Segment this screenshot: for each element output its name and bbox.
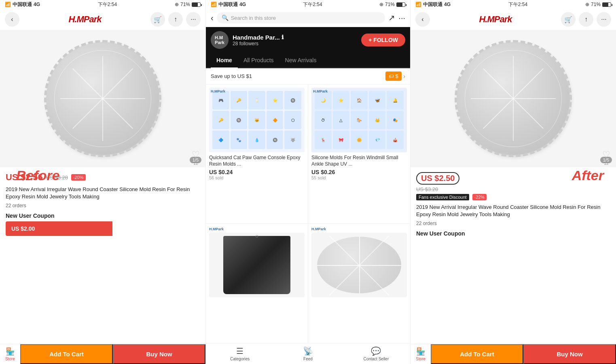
- grid-brand-3: H.MPark: [311, 227, 407, 231]
- nav-bar-left: ‹ H.MPark 🛒 ↑ ···: [0, 9, 205, 30]
- product-grid: H.MPark 🎮 🔑 🥛 ⭐ 🔘 🔑 🔘 🐱 🔶 ⬡ 🔷 🐾 💧 🔘: [206, 84, 410, 343]
- buy-now-left[interactable]: Buy Now: [113, 344, 205, 364]
- status-time-right: 下午2:54: [508, 1, 527, 8]
- tab-new-arrivals[interactable]: New Arrivals: [279, 53, 322, 67]
- status-battery-left: ⊕ 71%: [175, 2, 201, 7]
- bottom-nav: ☰ Categories 📡 Feed 💬 Contact Seller: [206, 343, 410, 364]
- buy-now-right[interactable]: Buy Now: [523, 344, 616, 364]
- brand-logo-left: H.MPark: [23, 14, 147, 25]
- fans-badge-right: Fans exclusive Discount: [416, 194, 469, 200]
- cart-button-right[interactable]: 🛒: [561, 12, 576, 27]
- annotation-before: Before: [16, 168, 60, 183]
- grid-brand-0: H.MPark: [211, 89, 225, 93]
- bottom-actions-right: 🏪 Store Add To Cart Buy Now: [411, 344, 616, 364]
- back-button-left[interactable]: ‹: [5, 12, 19, 27]
- categories-icon: ☰: [236, 346, 243, 356]
- feed-icon: 📡: [303, 346, 313, 356]
- price-row-old-right: US $3.20: [416, 186, 610, 192]
- coupon-bar-left[interactable]: US $2.00: [6, 221, 112, 236]
- store-button-left[interactable]: 🏪 Store: [0, 344, 20, 364]
- store-button-right[interactable]: 🏪 Store: [411, 344, 431, 364]
- grid-price-1: US $0.26: [311, 169, 407, 175]
- coupon-title-right: New User Coupon: [416, 230, 610, 237]
- like-button-left[interactable]: ♡ 12: [192, 149, 200, 166]
- grid-item-2[interactable]: H.MPark: [206, 224, 308, 343]
- status-battery-middle: ⊕ 71%: [379, 2, 405, 7]
- like-count-right: 12: [604, 161, 609, 166]
- grid-item-3[interactable]: H.MPark: [308, 224, 410, 343]
- location-icon-left: ⊕: [175, 2, 179, 7]
- grid-item-0[interactable]: H.MPark 🎮 🔑 🥛 ⭐ 🔘 🔑 🔘 🐱 🔶 ⬡ 🔷 🐾 💧 🔘: [206, 84, 308, 223]
- like-count-left: 12: [193, 161, 198, 166]
- product-title-right: 2019 New Arrival Irregular Wave Round Co…: [416, 204, 610, 218]
- status-bar-right: 📶 中国联通 4G 下午2:54 ⊕ 71%: [411, 0, 616, 9]
- grid-item-1[interactable]: H.MPark 🌙 ⭐ 🏠 🦋 🔔 ⏱ △ 🐎 👑 🎭 🦌 🎀 🌼 💎: [308, 84, 410, 223]
- status-bar-middle: 📶 中国联通 4G 下午2:54 ⊕ 71%: [206, 0, 410, 9]
- store-tabs: Home All Products New Arrivals: [206, 53, 410, 68]
- status-bar-left: 📶 中国联通 4G 下午2:54 ⊕ 71%: [0, 0, 205, 9]
- nav-categories[interactable]: ☰ Categories: [206, 343, 274, 364]
- orders-left: 22 orders: [6, 203, 200, 208]
- share-button-left[interactable]: ↑: [168, 12, 183, 27]
- nav-feed[interactable]: 📡 Feed: [274, 343, 342, 364]
- signal-icon-middle: 📶: [211, 2, 217, 7]
- share-button-middle[interactable]: ↗: [388, 13, 395, 23]
- store-label-right: Store: [416, 357, 425, 361]
- coupon-section-left: New User Coupon US $2.00: [6, 213, 200, 236]
- coupon-section-right: New User Coupon: [416, 230, 610, 237]
- status-time-left: 下午2:54: [98, 1, 117, 8]
- product-image-left: 1/5: [0, 30, 205, 167]
- product-info-left: US $2.56 US $3.28 -20% 2019 New Arrival …: [0, 167, 205, 364]
- coupon-icon: 🏷 $: [385, 72, 401, 81]
- brand-logo-right: H.MPark: [433, 14, 558, 25]
- save-text: Save up to US $1: [211, 73, 252, 79]
- left-panel: 📶 中国联通 4G 下午2:54 ⊕ 71% ‹ H.MPark 🛒 ↑ ···…: [0, 0, 205, 364]
- grid-image-1: H.MPark 🌙 ⭐ 🏠 🦋 🔔 ⏱ △ 🐎 👑 🎭 🦌 🎀 🌼 💎: [311, 88, 407, 152]
- right-panel: 📶 中国联通 4G 下午2:54 ⊕ 71% ‹ H.MPark 🛒 ↑ ···…: [411, 0, 616, 364]
- circle-mold-shape: [317, 237, 401, 294]
- categories-label: Categories: [230, 357, 250, 361]
- back-button-middle[interactable]: ‹: [211, 13, 214, 23]
- add-to-cart-right[interactable]: Add To Cart: [431, 344, 523, 364]
- grid-image-0: H.MPark 🎮 🔑 🥛 ⭐ 🔘 🔑 🔘 🐱 🔶 ⬡ 🔷 🐾 💧 🔘: [209, 88, 305, 152]
- price-old-right: US $3.20: [416, 186, 438, 192]
- like-button-right[interactable]: ♡ 12: [602, 149, 610, 166]
- annotation-after: After: [572, 168, 604, 183]
- tab-home[interactable]: Home: [211, 53, 238, 67]
- search-bar: ‹ 🔍 Search in this store ↗ ···: [206, 9, 410, 27]
- product-info-right: US $2.50 US $3.20 Fans exclusive Discoun…: [411, 167, 616, 364]
- search-input-wrap[interactable]: 🔍 Search in this store: [217, 12, 385, 23]
- grid-price-0: US $0.24: [209, 169, 305, 175]
- store-name-text: Handmade Par...: [233, 34, 280, 41]
- grid-title-0: Quicksand Cat Paw Game Console Epoxy Res…: [209, 155, 305, 167]
- nav-contact[interactable]: 💬 Contact Seller: [342, 343, 410, 364]
- tab-all-products[interactable]: All Products: [238, 53, 279, 67]
- back-button-right[interactable]: ‹: [415, 12, 430, 27]
- nav-bar-right: ‹ H.MPark 🛒 ↑ ···: [411, 9, 616, 30]
- store-avatar: H.MPark: [211, 31, 229, 49]
- grid-brand-1: H.MPark: [313, 89, 328, 93]
- price-main-right: US $2.50: [416, 172, 459, 185]
- contact-label: Contact Seller: [363, 357, 389, 361]
- add-to-cart-left[interactable]: Add To Cart: [20, 344, 113, 364]
- store-info: Handmade Par... ℹ 28 followers: [233, 34, 357, 46]
- store-info-icon[interactable]: ℹ: [282, 34, 284, 40]
- store-icon-left: 🏪: [6, 347, 15, 356]
- follow-button[interactable]: + FOLLOW: [361, 34, 405, 46]
- coupon-emoji: 🏷: [389, 73, 394, 79]
- contact-icon: 💬: [371, 346, 381, 356]
- more-button-middle[interactable]: ···: [398, 13, 405, 23]
- share-button-right[interactable]: ↑: [579, 12, 593, 27]
- feed-label: Feed: [303, 357, 313, 361]
- grid-image-2: [209, 233, 305, 297]
- middle-panel: 📶 中国联通 4G 下午2:54 ⊕ 71% ‹ 🔍 Search in thi…: [205, 0, 411, 364]
- mold-grid-1: 🌙 ⭐ 🏠 🦋 🔔 ⏱ △ 🐎 👑 🎭 🦌 🎀 🌼 💎 🎪: [311, 88, 407, 152]
- more-button-right[interactable]: ···: [597, 12, 611, 27]
- status-carrier-right: 📶 中国联通 4G: [415, 1, 451, 8]
- signal-icon-left: 📶: [5, 2, 11, 7]
- save-banner[interactable]: Save up to US $1 🏷 $ ›: [206, 68, 410, 84]
- store-header: H.MPark Handmade Par... ℹ 28 followers +…: [206, 27, 410, 53]
- more-button-left[interactable]: ···: [186, 12, 201, 27]
- cart-button-left[interactable]: 🛒: [150, 12, 165, 27]
- search-placeholder: Search in this store: [231, 15, 276, 21]
